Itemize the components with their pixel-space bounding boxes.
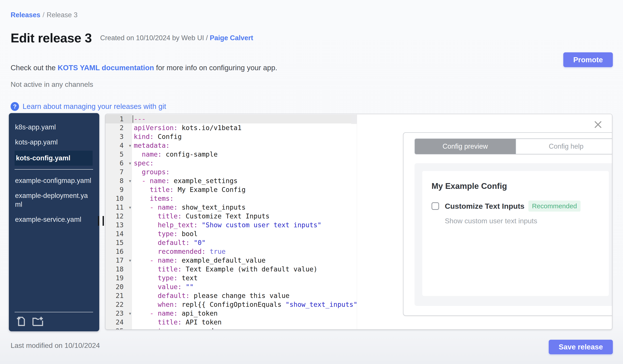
code-line[interactable]: 17▾ - name: example_default_value <box>106 256 357 265</box>
docs-note-prefix: Check out the <box>11 64 58 72</box>
code-line[interactable]: 2apiVersion: kots.io/v1beta1 <box>106 123 357 132</box>
code-text: type: password <box>132 327 357 329</box>
code-line[interactable]: 19 type: text <box>106 274 357 283</box>
code-line[interactable]: 6▾spec: <box>106 159 357 168</box>
editor-scrollbar-thumb[interactable] <box>351 115 357 124</box>
sidebar-file-k8s-app.yaml[interactable]: k8s-app.yaml <box>9 120 99 135</box>
line-number: 2 <box>106 123 132 132</box>
config-item-row: Customize Text Inputs Recommended <box>432 201 600 212</box>
line-number: 6▾ <box>106 159 132 168</box>
fold-arrow-icon[interactable]: ▾ <box>129 141 131 150</box>
breadcrumb-releases-link[interactable]: Releases <box>11 11 40 19</box>
line-number: 25 <box>106 327 132 329</box>
code-line[interactable]: 20 value: "" <box>106 283 357 291</box>
code-text: default: please change this value <box>132 291 357 300</box>
line-number: 14 <box>106 229 132 238</box>
close-icon[interactable] <box>594 120 602 129</box>
code-text: type: text <box>132 274 357 283</box>
sidebar-file-kots-app.yaml[interactable]: kots-app.yaml <box>9 135 99 150</box>
sidebar-file-example-configmap.yaml[interactable]: example-configmap.yaml <box>9 173 99 188</box>
tab-config-preview[interactable]: Config preview <box>415 139 515 154</box>
line-number: 5 <box>106 150 132 159</box>
text-cursor <box>133 115 133 123</box>
line-number: 24 <box>106 318 132 327</box>
code-line[interactable]: 3kind: Config <box>106 132 357 141</box>
code-line[interactable]: 4▾metadata: <box>106 141 357 150</box>
promote-button[interactable]: Promote <box>563 52 613 67</box>
code-text: value: "" <box>132 283 357 291</box>
code-text: when: repl{{ ConfigOptionEquals "show_te… <box>132 300 357 309</box>
fold-arrow-icon[interactable]: ▾ <box>129 159 131 168</box>
code-text: --- <box>132 115 357 123</box>
config-preview-card: Config preview Config help My Example Co… <box>403 132 612 316</box>
config-preview-panel: Config preview Config help My Example Co… <box>357 114 612 329</box>
title-row: Edit release 3 Created on 10/10/2024 by … <box>11 30 253 45</box>
code-text: default: "0" <box>132 238 357 247</box>
sidebar-file-example-service.yaml[interactable]: example-service.yaml <box>9 212 99 227</box>
code-line[interactable]: 1--- <box>106 115 357 123</box>
fold-arrow-icon[interactable]: ▾ <box>129 309 131 318</box>
code-text: metadata: <box>132 141 357 150</box>
created-meta: Created on 10/10/2024 by Web UI / Paige … <box>100 34 253 42</box>
config-group-title: My Example Config <box>432 182 600 191</box>
fold-arrow-icon[interactable]: ▾ <box>129 256 131 265</box>
code-line[interactable]: 13 help_text: "Show custom user text inp… <box>106 221 357 229</box>
created-text: Created on 10/10/2024 by Web UI / <box>100 34 210 42</box>
customize-text-inputs-checkbox[interactable] <box>432 202 439 210</box>
code-line[interactable]: 5 name: config-sample <box>106 150 357 159</box>
line-number: 23▾ <box>106 309 132 318</box>
git-help-link[interactable]: Learn about managing your releases with … <box>22 102 166 111</box>
sidebar-file-kots-config.yaml[interactable]: kots-config.yaml <box>15 151 93 166</box>
fold-arrow-icon[interactable]: ▾ <box>129 203 131 212</box>
sidebar-footer <box>15 312 93 327</box>
sidebar-file-example-deployment.yaml[interactable]: example-deployment.yaml <box>9 188 99 212</box>
line-number: 11▾ <box>106 203 132 212</box>
save-release-button[interactable]: Save release <box>549 340 613 354</box>
code-line[interactable]: 12 title: Customize Text Inputs <box>106 212 357 221</box>
code-line[interactable]: 10 items: <box>106 194 357 203</box>
code-text: - name: example_default_value <box>132 256 357 265</box>
code-lines: 1---2apiVersion: kots.io/v1beta13kind: C… <box>106 115 357 329</box>
code-line[interactable]: 18 title: Text Example (with default val… <box>106 265 357 274</box>
yaml-editor[interactable]: 1---2apiVersion: kots.io/v1beta13kind: C… <box>106 114 357 329</box>
pane-resize-handle-left[interactable] <box>98 216 104 226</box>
code-line[interactable]: 22 when: repl{{ ConfigOptionEquals "show… <box>106 300 357 309</box>
add-folder-icon[interactable] <box>32 315 45 327</box>
line-number: 19 <box>106 274 132 283</box>
fold-arrow-icon[interactable]: ▾ <box>129 177 131 185</box>
code-line[interactable]: 21 default: please change this value <box>106 291 357 300</box>
page-title: Edit release 3 <box>11 30 92 45</box>
code-line[interactable]: 23▾ - name: api_token <box>106 309 357 318</box>
code-line[interactable]: 25 type: password <box>106 327 357 329</box>
code-line[interactable]: 8▾ - name: example_settings <box>106 177 357 185</box>
sidebar-divider <box>15 169 93 170</box>
line-number: 13 <box>106 221 132 229</box>
code-line[interactable]: 16 recommended: true <box>106 247 357 256</box>
code-line[interactable]: 15 default: "0" <box>106 238 357 247</box>
channel-status: Not active in any channels <box>11 81 93 89</box>
code-line[interactable]: 24 title: API token <box>106 318 357 327</box>
author-link[interactable]: Paige Calvert <box>210 34 253 42</box>
kots-docs-link[interactable]: KOTS YAML documentation <box>58 64 154 72</box>
add-file-icon[interactable] <box>15 315 27 327</box>
tab-config-help[interactable]: Config help <box>515 139 613 154</box>
recommended-badge: Recommended <box>528 201 580 212</box>
code-text: title: Customize Text Inputs <box>132 212 357 221</box>
code-text: help_text: "Show custom user text inputs… <box>132 221 357 229</box>
line-number: 7 <box>106 168 132 177</box>
example-config-card: My Example Config Customize Text Inputs … <box>422 171 609 296</box>
code-line[interactable]: 9 title: My Example Config <box>106 185 357 194</box>
code-text: apiVersion: kots.io/v1beta1 <box>132 123 357 132</box>
config-item-label: Customize Text Inputs <box>445 202 524 210</box>
config-item-help: Show custom user text inputs <box>445 217 600 225</box>
code-line[interactable]: 14 type: bool <box>106 229 357 238</box>
line-number: 12 <box>106 212 132 221</box>
line-number: 20 <box>106 283 132 291</box>
code-text: items: <box>132 194 357 203</box>
code-line[interactable]: 11▾ - name: show_text_inputs <box>106 203 357 212</box>
line-number: 17▾ <box>106 256 132 265</box>
breadcrumb: Releases/Release 3 <box>11 11 78 19</box>
code-line[interactable]: 7 groups: <box>106 168 357 177</box>
line-number: 10 <box>106 194 132 203</box>
code-text: spec: <box>132 159 357 168</box>
